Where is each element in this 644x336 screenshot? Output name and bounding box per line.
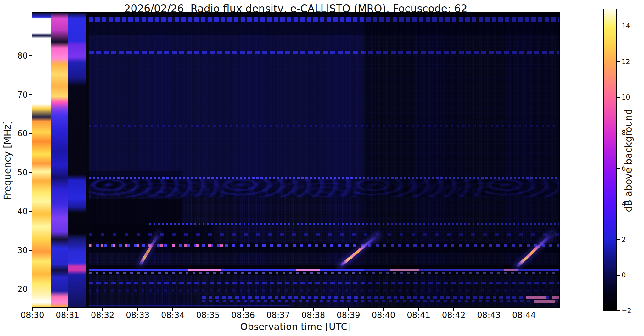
x-tick-label: 08:38 xyxy=(301,310,325,320)
x-tick-label: 08:30 xyxy=(21,310,44,320)
x-tick-label: 08:43 xyxy=(477,310,501,320)
calibration-gap xyxy=(86,13,88,307)
x-tick-label: 08:40 xyxy=(372,310,395,320)
x-tick-label: 08:35 xyxy=(196,310,220,320)
x-tick-label: 08:34 xyxy=(161,310,185,320)
colorbar-tick-label: −2 xyxy=(622,307,631,315)
colorbar-tick-mark xyxy=(617,168,620,169)
bright-left-zone xyxy=(89,13,364,196)
x-tick-label: 08:44 xyxy=(512,310,536,320)
colorbar-tick-mark xyxy=(617,26,620,26)
colorbar-tick-mark xyxy=(617,133,620,133)
x-tick-label: 08:42 xyxy=(442,310,466,320)
colorbar-tick-mark xyxy=(617,204,620,204)
dim-right-zone xyxy=(364,13,559,307)
y-tick-label: 40 xyxy=(10,207,28,216)
line-25-hot-2 xyxy=(296,269,320,271)
x-tick-label: 08:36 xyxy=(231,310,255,320)
y-tick-label: 50 xyxy=(10,168,28,177)
colorbar-tick-label: 12 xyxy=(622,58,630,65)
x-tick-label: 08:41 xyxy=(407,310,430,320)
y-tick-mark xyxy=(29,55,32,56)
y-tick-label: 70 xyxy=(10,90,28,100)
colorbar-tick-mark xyxy=(617,310,620,311)
x-axis-label: Observation time [UTC] xyxy=(240,321,351,332)
colorbar-tick-label: 2 xyxy=(622,236,626,243)
line-25-hot-1 xyxy=(188,269,221,271)
y-tick-mark xyxy=(29,133,32,134)
calibration-column-cool xyxy=(68,13,86,307)
colorbar-label: dB above background xyxy=(623,91,634,230)
x-tick-label: 08:37 xyxy=(266,310,290,320)
y-tick-label: 80 xyxy=(10,51,28,60)
bottom-line-16 xyxy=(89,305,290,306)
y-tick-mark xyxy=(29,211,32,212)
y-tick-mark xyxy=(29,250,32,251)
figure: 2026/02/26 Radio flux density, e-CALLIST… xyxy=(0,0,644,336)
x-tick-label: 08:31 xyxy=(56,310,79,320)
colorbar-tick-mark xyxy=(617,239,620,240)
x-tick-label: 08:32 xyxy=(91,310,115,320)
calibration-column-warm xyxy=(51,13,68,307)
pink-dashes-31 xyxy=(89,244,226,247)
colorbar-tick-label: 14 xyxy=(622,22,630,30)
x-tick-label: 08:33 xyxy=(126,310,149,320)
y-tick-mark xyxy=(29,172,32,173)
y-tick-mark xyxy=(29,94,32,95)
colorbar-tick-label: 0 xyxy=(622,271,626,279)
y-tick-label: 20 xyxy=(10,284,28,294)
colorbar-tick-mark xyxy=(617,275,620,276)
y-tick-label: 60 xyxy=(10,129,28,138)
colorbar-tick-mark xyxy=(617,97,620,98)
colorbar-tick-mark xyxy=(617,61,620,62)
y-tick-mark xyxy=(29,289,32,289)
y-tick-label: 30 xyxy=(10,246,28,255)
x-tick-label: 08:39 xyxy=(337,310,360,320)
colorbar xyxy=(603,9,617,311)
calibration-column-bright xyxy=(32,13,51,307)
spectrogram-plot xyxy=(32,13,559,307)
